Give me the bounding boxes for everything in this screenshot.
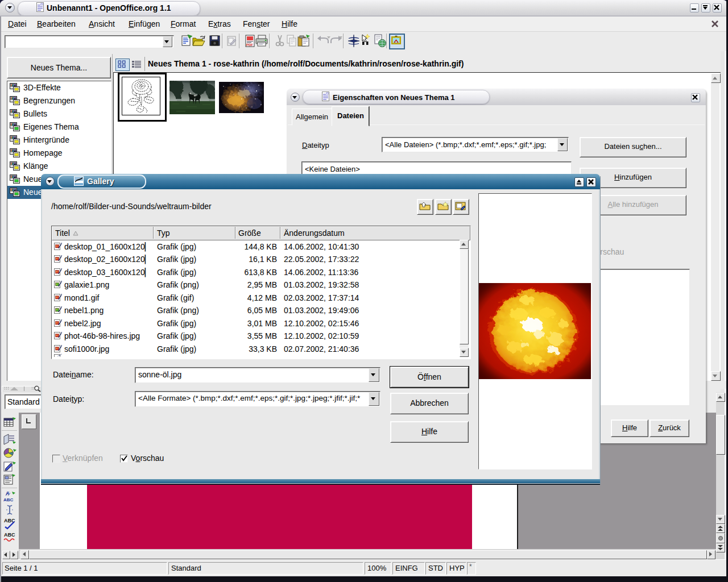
svg-text:ABC: ABC bbox=[3, 497, 14, 502]
svg-text:PDF: PDF bbox=[246, 43, 253, 47]
svg-text:ABC: ABC bbox=[4, 532, 15, 538]
